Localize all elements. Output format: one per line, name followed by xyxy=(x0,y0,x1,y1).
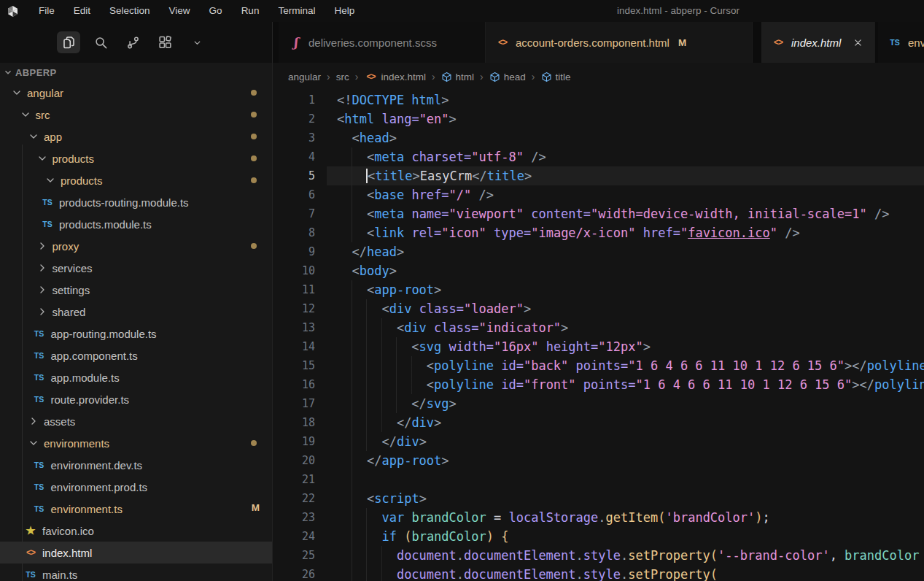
code-line-23[interactable]: 23 var brandColor = localStorage.getItem… xyxy=(273,508,924,527)
code-line-4[interactable]: 4 <meta charset="utf-8" /> xyxy=(273,147,924,166)
token xyxy=(337,301,381,316)
code-line-8[interactable]: 8 <link rel="icon" type="image/x-icon" h… xyxy=(273,223,924,242)
typescript-file-icon: TS xyxy=(33,502,46,515)
code-line-6[interactable]: 6 <base href="/" /> xyxy=(273,185,924,204)
code-line-22[interactable]: 22 <script> xyxy=(273,489,924,508)
tree-item-environments[interactable]: environments xyxy=(0,432,272,454)
code-line-14[interactable]: 14 <svg width="16px" height="12px"> xyxy=(273,337,924,356)
menu-help[interactable]: Help xyxy=(325,0,364,22)
menu-file[interactable]: File xyxy=(29,0,64,22)
tree-item-settings[interactable]: settings xyxy=(0,279,272,301)
code-line-18[interactable]: 18 </div> xyxy=(273,413,924,432)
token: < xyxy=(381,301,389,316)
menu-selection[interactable]: Selection xyxy=(100,0,160,22)
code-line-15[interactable]: 15 <polyline id="back" points="1 6 4 6 6… xyxy=(273,356,924,375)
typescript-file-icon: TS xyxy=(41,218,54,231)
code-line-16[interactable]: 16 <polyline id="front" points="1 6 4 6 … xyxy=(273,375,924,394)
line-number: 13 xyxy=(273,318,327,337)
token: > xyxy=(441,453,449,468)
source-control-icon[interactable] xyxy=(121,31,144,53)
search-icon[interactable] xyxy=(89,31,112,53)
chevron-down-icon[interactable] xyxy=(185,31,209,53)
explorer-root-header[interactable]: ABPERP xyxy=(0,63,272,82)
menu-terminal[interactable]: Terminal xyxy=(268,0,325,22)
token: meta xyxy=(374,150,404,164)
code-line-24[interactable]: 24 if (brandColor) { xyxy=(273,527,924,546)
tree-item-assets[interactable]: assets xyxy=(0,410,272,432)
tree-item-products[interactable]: products xyxy=(0,169,272,191)
tree-item-app-routing.module.ts[interactable]: TSapp-routing.module.ts xyxy=(0,323,272,345)
tree-item-products.module.ts[interactable]: TSproducts.module.ts xyxy=(0,213,272,235)
tree-item-app[interactable]: app xyxy=(0,126,272,147)
breadcrumb-item-index.html[interactable]: <>index.html xyxy=(364,70,426,83)
close-icon[interactable] xyxy=(851,35,864,50)
menu-view[interactable]: View xyxy=(160,0,200,22)
code-line-20[interactable]: 20 </app-root> xyxy=(273,451,924,470)
token: </ xyxy=(472,169,486,183)
tab-deliveries.component.scss[interactable]: ʃdeliveries.component.scss xyxy=(279,22,486,63)
token: DOCTYPE html xyxy=(352,93,441,107)
code-line-1[interactable]: 1<!DOCTYPE html> xyxy=(273,91,924,109)
tree-item-products-routing.module.ts[interactable]: TSproducts-routing.module.ts xyxy=(0,191,272,213)
token: setProperty xyxy=(628,567,710,581)
breadcrumb-item-src[interactable]: src xyxy=(336,72,349,82)
code-viewport[interactable]: 1<!DOCTYPE html>2<html lang="en">3 <head… xyxy=(273,91,924,581)
menu-run[interactable]: Run xyxy=(232,0,269,22)
extensions-icon[interactable] xyxy=(153,31,176,53)
breadcrumb-item-angular[interactable]: angular xyxy=(288,72,321,82)
tree-item-proxy[interactable]: proxy xyxy=(0,235,272,257)
token xyxy=(337,453,367,468)
tree-item-services[interactable]: services xyxy=(0,257,272,279)
token: </ xyxy=(352,245,366,259)
code-line-10[interactable]: 10 <body> xyxy=(273,261,924,280)
token: > xyxy=(524,169,532,183)
code-line-21[interactable]: 21 xyxy=(273,470,924,489)
tree-item-shared[interactable]: shared xyxy=(0,301,272,323)
token: 'brandColor' xyxy=(665,510,755,525)
breadcrumb-item-head[interactable]: head xyxy=(489,72,526,82)
tree-item-route.provider.ts[interactable]: TSroute.provider.ts xyxy=(0,388,272,410)
code-line-7[interactable]: 7 <meta name="viewport" content="width=d… xyxy=(273,204,924,223)
chevron-down-icon xyxy=(36,153,48,164)
token xyxy=(337,150,367,164)
tree-item-environment.ts[interactable]: TSenvironment.tsM xyxy=(0,498,272,520)
code-line-2[interactable]: 2<html lang="en"> xyxy=(273,109,924,128)
token: div xyxy=(411,415,434,430)
menu-edit[interactable]: Edit xyxy=(64,0,100,22)
code-line-9[interactable]: 9 </head> xyxy=(273,242,924,261)
code-line-17[interactable]: 17 </svg> xyxy=(273,394,924,413)
tree-item-products[interactable]: products xyxy=(0,147,272,169)
code-line-19[interactable]: 19 </div> xyxy=(273,432,924,451)
tree-item-favicon.ico[interactable]: ★favicon.ico xyxy=(0,520,272,542)
tree-item-environment.prod.ts[interactable]: TSenvironment.prod.ts xyxy=(0,476,272,498)
code-line-3[interactable]: 3 <head> xyxy=(273,128,924,147)
token xyxy=(337,415,397,430)
typescript-file-icon: TS xyxy=(33,458,46,472)
token: < xyxy=(337,112,344,126)
breadcrumb-item-html[interactable]: html xyxy=(441,72,475,82)
token: > xyxy=(449,112,457,126)
code-line-26[interactable]: 26 document.documentElement.style.setPro… xyxy=(273,565,924,581)
tree-item-main.ts[interactable]: TSmain.ts xyxy=(0,563,272,581)
tree-item-environment.dev.ts[interactable]: TSenvironment.dev.ts xyxy=(0,454,272,476)
code-line-5[interactable]: 5 <title>EasyCrm</title> xyxy=(273,166,924,185)
menu-go[interactable]: Go xyxy=(200,0,232,22)
code-line-25[interactable]: 25 document.documentElement.style.setPro… xyxy=(273,546,924,565)
tree-item-app.component.ts[interactable]: TSapp.component.ts xyxy=(0,345,272,366)
code-line-13[interactable]: 13 <div class="indicator"> xyxy=(273,318,924,337)
explorer-files-icon[interactable] xyxy=(57,31,80,53)
token: app-root xyxy=(381,453,441,468)
tree-item-src[interactable]: src xyxy=(0,104,272,126)
tab-index.html[interactable]: <>index.html xyxy=(761,22,875,63)
tree-item-angular[interactable]: angular xyxy=(0,82,272,104)
breadcrumb-item-title[interactable]: title xyxy=(541,72,571,82)
modified-dot-badge xyxy=(251,243,257,249)
tree-item-app.module.ts[interactable]: TSapp.module.ts xyxy=(0,366,272,388)
code-line-12[interactable]: 12 <div class="loader"> xyxy=(273,299,924,318)
code-line-11[interactable]: 11 <app-root> xyxy=(273,280,924,299)
token: > xyxy=(441,93,449,107)
tab-envi[interactable]: TSenvi xyxy=(878,22,924,63)
tab-account-orders.component.html[interactable]: <>account-orders.component.htmlM xyxy=(486,22,753,63)
token: points= xyxy=(576,377,636,392)
tree-item-index.html[interactable]: <>index.html xyxy=(0,542,272,563)
